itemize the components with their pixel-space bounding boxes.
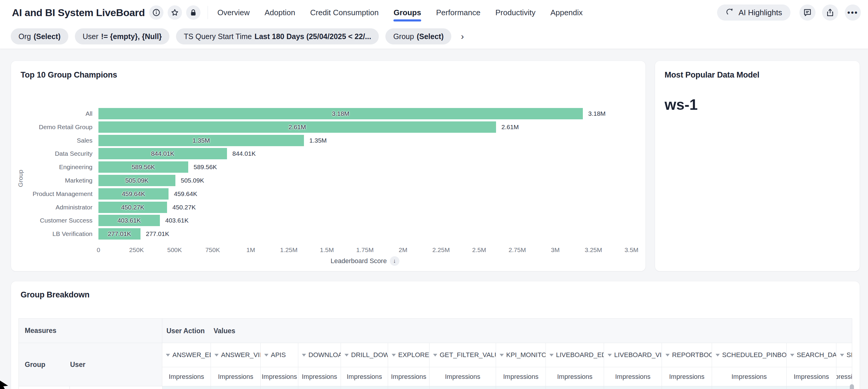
group-cell[interactable] [19, 386, 69, 389]
category-label: LB Verification [11, 228, 92, 240]
value-cell[interactable] [388, 386, 429, 389]
column-header-liveboard-edit[interactable]: LIVEBOARD_EDIT [546, 343, 604, 367]
page-title: AI and BI System LiveBoard [12, 7, 145, 19]
measure-subheader-cell: Impressions [341, 367, 388, 386]
measure-subheader-cell: Impressions [604, 367, 661, 386]
value-cell[interactable] [429, 386, 496, 389]
category-label: All [11, 108, 92, 119]
x-axis-tick: 3.25M [576, 246, 611, 253]
filter-caret-icon [608, 354, 612, 357]
bar-value-label-outside: 277.01K [146, 228, 169, 240]
value-cell[interactable] [786, 386, 836, 389]
bar-sales[interactable] [98, 135, 304, 146]
tab-label: Productivity [495, 8, 535, 17]
value-cell[interactable] [604, 386, 661, 389]
table-scrollbar-thumb[interactable] [850, 384, 854, 389]
filter-chip-org[interactable]: Org(Select) [11, 28, 68, 44]
column-header-label: REPORTBOOK [672, 351, 712, 359]
sort-descending-icon[interactable]: ↓ [390, 256, 399, 266]
filter-chip-name: Org [19, 32, 31, 41]
tab-label: Credit Consumption [310, 8, 379, 17]
more-filters-chevron-icon[interactable]: › [458, 31, 467, 41]
tab-adoption[interactable]: Adoption [265, 0, 295, 25]
column-liveboard-view: LIVEBOARD_VIEWImpressions [604, 343, 661, 386]
column-header-scheduled-pinboards[interactable]: SCHEDULED_PINBOARDS [712, 343, 786, 367]
bar-value-label-outside: 3.18M [588, 108, 606, 119]
column-header-get-filter-values[interactable]: GET_FILTER_VALUES [430, 343, 496, 367]
column-download: DOWNLOADImpressions [298, 343, 341, 386]
info-button[interactable] [149, 5, 163, 20]
filter-chip-user[interactable]: User!= {empty}, {Null} [75, 28, 169, 44]
tab-productivity[interactable]: Productivity [495, 0, 535, 25]
value-cell[interactable] [496, 386, 546, 389]
tab-label: Adoption [265, 8, 295, 17]
column-header-answer-view[interactable]: ANSWER_VIEW [211, 343, 260, 367]
column-header-download[interactable]: DOWNLOAD [298, 343, 341, 367]
lock-button[interactable] [186, 5, 200, 20]
column-header-reportbook[interactable]: REPORTBOOK [662, 343, 712, 367]
column-explore: EXPLOREImpressions [388, 343, 429, 386]
column-header-search-data[interactable]: SEARCH_DATA [786, 343, 836, 367]
measure-subheader-cell: Impressions [836, 367, 852, 386]
value-cell[interactable] [661, 386, 712, 389]
bar-demo-retail-group[interactable] [98, 121, 496, 133]
column-header-answer-edit[interactable]: ANSWER_EDIT [162, 343, 211, 367]
bar-engineering[interactable] [98, 161, 188, 173]
column-reportbook: REPORTBOOKImpressions [661, 343, 712, 386]
bar-administrator[interactable] [98, 202, 167, 213]
ai-highlights-button[interactable]: AI Highlights [717, 4, 790, 21]
comments-button[interactable] [799, 4, 815, 21]
column-get-filter-values: GET_FILTER_VALUESImpressions [429, 343, 496, 386]
column-header-drill-down[interactable]: DRILL_DOWN [341, 343, 388, 367]
more-options-button[interactable]: ••• [845, 4, 861, 21]
table-card: Group Breakdown MeasuresUser ActionValue… [11, 281, 860, 389]
pivot-table: MeasuresUser ActionValuesGroupUserANSWER… [19, 318, 852, 389]
favorite-button[interactable] [167, 5, 182, 20]
tab-performance[interactable]: Performance [436, 0, 480, 25]
value-cell[interactable] [298, 386, 341, 389]
category-label: Data Security [11, 148, 92, 159]
column-header-spo[interactable]: SPO [836, 343, 852, 367]
column-header-label: ANSWER_VIEW [221, 351, 260, 359]
bar-value-label-outside: 450.27K [173, 202, 196, 213]
bar-product-management[interactable] [98, 188, 168, 200]
measure-subheader-cell: Impressions [496, 367, 546, 386]
column-header-kpi-monitor[interactable]: KPI_MONITOR [496, 343, 546, 367]
filter-chip-group[interactable]: Group(Select) [385, 28, 451, 44]
bar-data-security[interactable] [98, 148, 227, 159]
bar-customer-success[interactable] [98, 215, 160, 226]
column-header-explore[interactable]: EXPLORE [388, 343, 429, 367]
column-header-label: SEARCH_DATA [797, 351, 836, 359]
filter-caret-icon [264, 354, 269, 357]
x-axis-tick: 2.75M [499, 246, 535, 253]
bar-marketing[interactable] [98, 175, 176, 186]
value-cell[interactable] [260, 386, 298, 389]
tab-overview[interactable]: Overview [217, 0, 250, 25]
column-header-label: EXPLORE [398, 351, 429, 359]
share-button[interactable] [822, 4, 838, 21]
user-cell[interactable] [69, 386, 162, 389]
filter-chip-ts-query-start-time[interactable]: TS Query Start TimeLast 180 Days (25/04/… [176, 28, 379, 44]
measures-header-cell: Measures [19, 319, 162, 343]
filter-caret-icon [166, 354, 170, 357]
bar-all[interactable] [98, 108, 583, 119]
column-answer-edit: ANSWER_EDITImpressions [162, 343, 211, 386]
bar-lb-verification[interactable] [98, 228, 141, 240]
x-axis-tick: 1.25M [271, 246, 307, 253]
value-cell[interactable] [162, 386, 211, 389]
filter-caret-icon [433, 354, 437, 357]
column-liveboard-edit: LIVEBOARD_EDITImpressions [546, 343, 604, 386]
tab-credit-consumption[interactable]: Credit Consumption [310, 0, 379, 25]
column-header-label: SPO [846, 351, 852, 359]
measure-subheader-cell: Impressions [662, 367, 712, 386]
tab-appendix[interactable]: Appendix [550, 0, 583, 25]
column-header-apis[interactable]: APIS [261, 343, 298, 367]
value-cell[interactable] [546, 386, 604, 389]
column-header-liveboard-view[interactable]: LIVEBOARD_VIEW [604, 343, 661, 367]
value-cell[interactable] [211, 386, 260, 389]
column-header-label: KPI_MONITOR [506, 351, 546, 359]
value-cell[interactable] [712, 386, 786, 389]
value-cell[interactable] [341, 386, 388, 389]
category-label: Demo Retail Group [11, 121, 92, 133]
tab-groups[interactable]: Groups [394, 0, 421, 25]
